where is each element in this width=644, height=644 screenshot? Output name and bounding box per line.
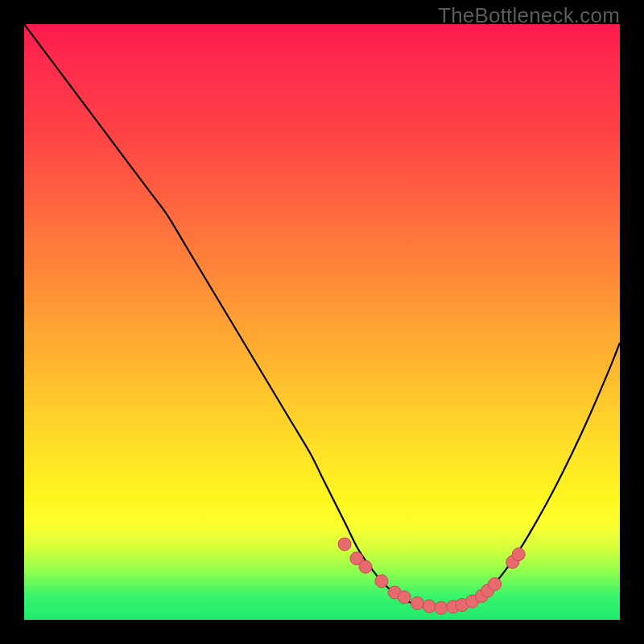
- curve-dot: [338, 538, 351, 551]
- curve-dot: [435, 601, 448, 614]
- curve-dot: [489, 578, 502, 591]
- bottleneck-curve: [24, 24, 620, 608]
- chart-container: TheBottleneck.com: [0, 0, 644, 644]
- curve-dots: [338, 538, 525, 614]
- curve-dot: [375, 575, 388, 588]
- curve-dot: [411, 597, 423, 609]
- curve-dot: [512, 548, 525, 561]
- curve-dot: [359, 560, 372, 573]
- curve-dot: [398, 591, 411, 604]
- curve-dot: [423, 600, 436, 613]
- chart-svg: [24, 24, 620, 620]
